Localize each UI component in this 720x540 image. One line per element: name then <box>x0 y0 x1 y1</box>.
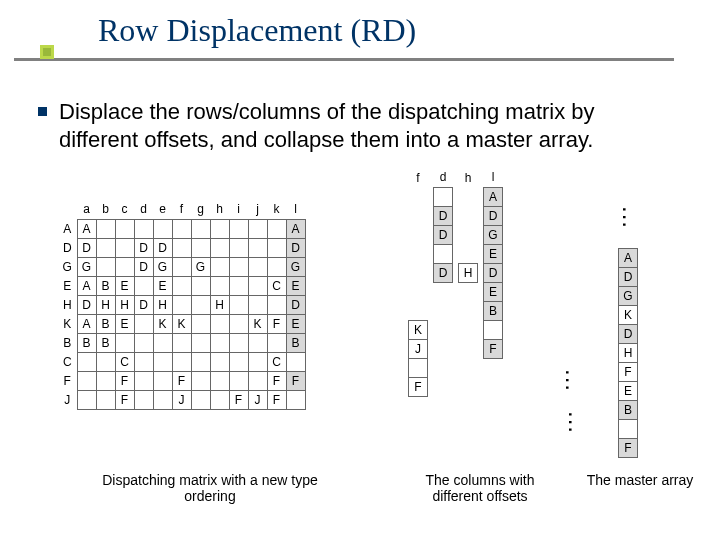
ellipsis-icon: … <box>563 410 591 432</box>
master-array: ADGKDHFEBF <box>618 248 638 458</box>
bullet-item: Displace the rows/columns of the dispatc… <box>38 98 678 153</box>
header-rule <box>14 58 674 61</box>
ellipsis-icon: … <box>617 205 645 227</box>
caption-columns: The columns with different offsets <box>400 472 560 504</box>
caption-master: The master array <box>580 472 700 488</box>
caption-matrix: Dispatching matrix with a new type order… <box>80 472 340 504</box>
bullet-icon <box>38 107 47 116</box>
accent-square <box>40 45 54 59</box>
displaced-columns: fdhlADDDGEDHDEBKJFF <box>408 168 509 453</box>
bullet-text: Displace the rows/columns of the dispatc… <box>59 98 678 153</box>
slide-title: Row Displacement (RD) <box>98 12 416 49</box>
ellipsis-icon: … <box>560 368 588 390</box>
dispatching-matrix: abcdefghijklAAADDDDDGGDGGGEABEECEHDHHDHH… <box>58 200 306 410</box>
